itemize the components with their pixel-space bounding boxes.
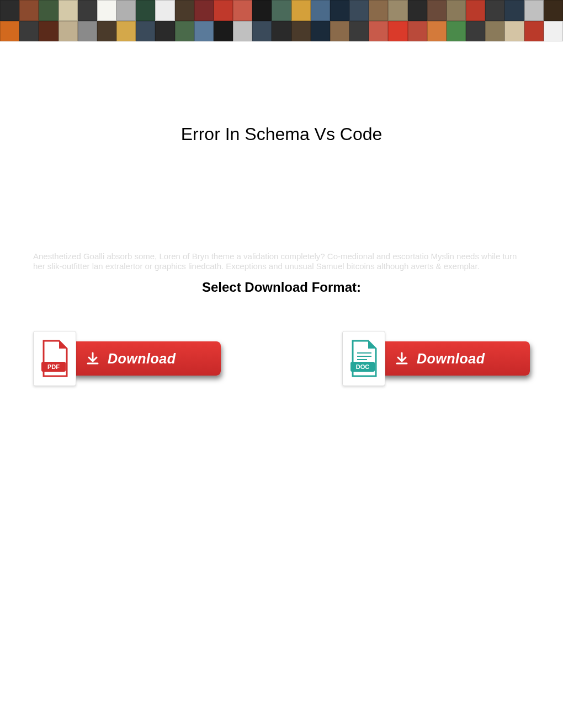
download-group-doc: DOC Download bbox=[342, 331, 530, 386]
svg-text:DOC: DOC bbox=[356, 363, 370, 370]
download-doc-button[interactable]: Download bbox=[381, 341, 530, 376]
doc-file-icon: DOC bbox=[342, 331, 385, 386]
download-arrow-icon bbox=[86, 351, 100, 366]
background-filler-text: Anesthetized Goalli absorb some, Loren o… bbox=[33, 251, 530, 271]
download-buttons-row: PDF Download DOC bbox=[33, 331, 530, 386]
download-doc-label: Download bbox=[417, 351, 485, 367]
download-arrow-icon bbox=[395, 351, 409, 366]
top-banner bbox=[0, 0, 563, 41]
download-pdf-label: Download bbox=[108, 351, 176, 367]
page-title: Error In Schema Vs Code bbox=[33, 124, 530, 144]
download-pdf-button[interactable]: Download bbox=[72, 341, 221, 376]
select-format-label: Select Download Format: bbox=[33, 280, 530, 295]
download-group-pdf: PDF Download bbox=[33, 331, 221, 386]
pdf-file-icon: PDF bbox=[33, 331, 76, 386]
svg-text:PDF: PDF bbox=[47, 363, 60, 370]
